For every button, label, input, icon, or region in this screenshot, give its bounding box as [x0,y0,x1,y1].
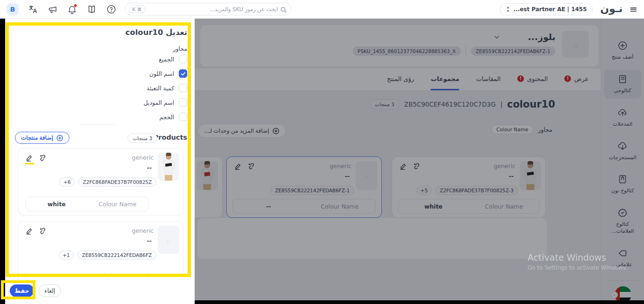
checkbox-icon [179,55,187,63]
drawer-axes-label: محاور [173,45,187,52]
edit-icon-highlight [25,163,34,164]
workspace-badge[interactable]: B [7,3,19,15]
attribute-box: Colour Name [26,274,149,279]
unlink-icon[interactable] [39,154,47,162]
checkbox-all[interactable]: الجميع [159,55,187,63]
cancel-button[interactable]: إلغاء [39,284,61,297]
attr-label: Colour Name [87,278,148,280]
megaphone-icon[interactable] [47,4,58,14]
drawer-product-card: ن generic -- ZE8559CB222142FEDAB6FZ 1+ C… [18,221,184,279]
checkbox-label: اسم الموديل [143,99,174,106]
noon-logo[interactable]: نـون [600,3,623,14]
bell-icon[interactable] [67,4,77,14]
sku-chip: Z2FC868FADE37B7F00825Z [78,177,156,187]
checkbox-pack-qty[interactable]: كمية التعبئة [147,84,187,92]
add-products-button[interactable]: إضافة منتجات [15,132,69,144]
app-canvas: ن بلوز... ZE8559CB222142FEDAB6FZ-1 PSKU_… [0,0,644,304]
add-products-label: إضافة منتجات [21,135,53,141]
attr-label: Colour Name [87,201,148,208]
checkbox-icon [179,84,187,92]
book-icon[interactable] [87,4,97,14]
checkbox-label: كمية التعبئة [147,85,174,92]
windows-watermark: Activate Windows Go to Settings to activ… [528,252,628,271]
translate-icon[interactable] [28,4,38,14]
count-chip: 6+ [59,177,75,187]
unlink-icon[interactable] [39,227,47,235]
account-label: ...est Partner AE | 1455 [514,6,587,13]
watermark-line1: Activate Windows [528,252,628,263]
plus-circle-icon [56,135,63,142]
drawer-divider [78,124,116,125]
attr-value: white [26,201,87,208]
checkbox-model-name[interactable]: اسم الموديل [143,98,187,107]
checkbox-label: الجميع [159,56,174,63]
account-selector[interactable]: ...est Partner AE | 1455 [500,3,593,15]
hamburger-icon[interactable]: ≡ [629,5,637,14]
save-button[interactable]: حفظ [10,284,34,297]
search-input[interactable] [155,6,278,13]
drawer-product-card: generic -- Z2FC868FADE37B7F00825Z 6+ Col… [18,148,184,216]
sku-chip: ZE8559CB222142FEDAB6FZ [77,250,156,260]
edit-icon[interactable] [26,227,33,235]
edit-group-drawer: تعديل colour10 محاور الجميع اسم اللون كم… [5,19,195,304]
product-photo [158,153,179,181]
checkbox-icon [179,69,187,78]
edit-icon[interactable] [26,154,33,162]
checkbox-icon [179,98,187,107]
attribute-box: Colour Name white [26,196,149,211]
notification-dot [74,4,77,7]
checkbox-icon [179,113,187,121]
products-title: Products [153,134,187,141]
count-chip: 1+ [58,250,74,260]
checkbox-label: اسم اللون [149,70,174,77]
checkbox-label: الحجم [159,114,174,121]
help-icon[interactable] [106,4,116,14]
card-value: -- [105,164,152,171]
selector-updown-icon [506,6,510,13]
drawer-title: تعديل colour10 [125,28,187,37]
products-count-chip: 3 منتجات [128,134,157,143]
global-search: K ⌘ [125,3,291,15]
keyboard-shortcut: K ⌘ [129,6,145,13]
drawer-products-list: generic -- Z2FC868FADE37B7F00825Z 6+ Col… [11,144,189,279]
brand-label: generic [102,154,154,161]
checkbox-colour-name[interactable]: اسم اللون [149,69,187,78]
brand-label: generic [102,227,154,234]
product-image-placeholder: ن [158,226,179,254]
card-value: -- [105,237,152,244]
checkbox-size[interactable]: الحجم [159,113,187,121]
left-black-strip [0,17,5,304]
search-icon [280,6,287,13]
bottom-black-bar [189,300,644,304]
watermark-line2: Go to Settings to activate Windows. [528,264,628,271]
topbar: B K ⌘ ...est [0,0,644,19]
